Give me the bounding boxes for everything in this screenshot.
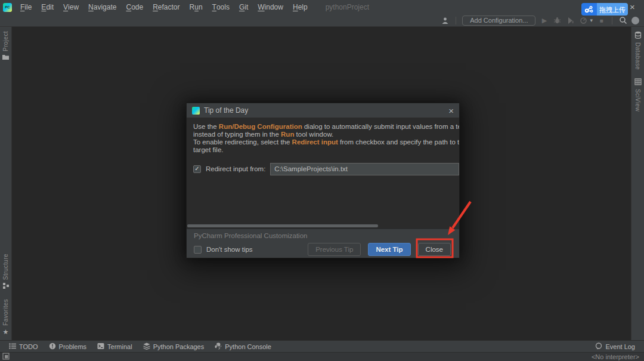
project-folder-icon — [2, 54, 10, 61]
pycharm-logo-icon — [192, 107, 200, 115]
dont-show-tips-checkbox[interactable] — [194, 246, 202, 254]
toolwindow-todo[interactable]: TODO — [4, 341, 44, 353]
run-icon[interactable]: ▶ — [540, 16, 549, 25]
dont-show-tips-label: Don't show tips — [206, 246, 253, 253]
tip-text-line: To enable redirecting, select the Redire… — [193, 138, 453, 146]
status-bar: <No interpreter> — [0, 352, 644, 361]
redirect-path-input[interactable] — [270, 163, 459, 175]
menu-refactor[interactable]: Refactor — [148, 0, 184, 14]
previous-tip-button: Previous Tip — [308, 243, 361, 256]
window-title: pythonProject — [326, 3, 369, 11]
tool-window-bar: TODO Problems Terminal Python Packages P… — [0, 340, 644, 352]
tip-text-line: target file. — [193, 146, 453, 154]
user-profile-icon[interactable] — [441, 16, 450, 25]
sidebar-item-sciview[interactable]: SciView — [634, 74, 642, 116]
footer-caption: PyCharm Professional Customization — [194, 232, 452, 239]
redirect-checkbox[interactable]: ✓ — [193, 165, 201, 173]
grid-table-icon — [634, 78, 642, 87]
menu-help[interactable]: Help — [288, 0, 312, 14]
toolbar-separator — [456, 17, 456, 24]
close-button[interactable]: Close — [418, 243, 451, 256]
sidebar-item-database[interactable]: Database — [634, 27, 642, 74]
todo-list-icon — [9, 343, 16, 350]
toolwindow-python-packages[interactable]: Python Packages — [138, 341, 210, 353]
sidebar-item-structure[interactable]: Structure — [2, 249, 10, 295]
tip-text-line: instead of typing them in the Run tool w… — [193, 131, 453, 138]
menu-bar: PC File Edit View Navigate Code Refactor… — [0, 0, 644, 14]
dialog-content: Use the Run/Debug Configuration dialog t… — [187, 118, 459, 229]
run-with-coverage-icon[interactable] — [566, 16, 575, 25]
python-console-icon — [215, 343, 222, 351]
toolwindow-switcher-icon[interactable] — [2, 353, 10, 361]
database-icon — [634, 31, 642, 40]
star-icon: ★ — [3, 328, 9, 336]
menu-tools[interactable]: Tools — [208, 0, 234, 14]
tip-of-the-day-dialog: Tip of the Day × Use the Run/Debug Confi… — [186, 103, 460, 258]
menu-edit[interactable]: Edit — [36, 0, 58, 14]
sidebar-item-project[interactable]: Project — [2, 27, 10, 66]
run-toolbar: Add Configuration... ▶ ▾ ■ — [0, 14, 644, 27]
event-log-button[interactable]: Event Log — [590, 341, 640, 353]
netdisk-logo-icon — [581, 3, 597, 16]
dialog-title-bar[interactable]: Tip of the Day × — [187, 103, 459, 118]
debug-bug-icon[interactable] — [553, 16, 562, 25]
interpreter-status[interactable]: <No interpreter> — [592, 353, 639, 360]
toolwindow-python-console[interactable]: Python Console — [209, 341, 277, 353]
dialog-close-icon[interactable]: × — [448, 106, 454, 115]
drag-upload-label: 拖拽上传 — [597, 3, 628, 16]
avatar-icon[interactable] — [631, 17, 639, 24]
redirect-label: Redirect input from: — [206, 165, 265, 172]
horizontal-scrollbar[interactable] — [187, 224, 378, 227]
profiler-icon[interactable] — [579, 16, 588, 25]
dialog-title: Tip of the Day — [204, 106, 248, 115]
redirect-input-row: ✓ Redirect input from: — [193, 163, 453, 175]
menu-git[interactable]: Git — [234, 0, 253, 14]
pycharm-window: PC File Edit View Navigate Code Refactor… — [0, 0, 644, 361]
problems-icon — [49, 343, 56, 351]
menu-run[interactable]: Run — [185, 0, 208, 14]
left-tool-stripe: Project Structure Favorites ★ — [0, 27, 12, 340]
menu-code[interactable]: Code — [121, 0, 148, 14]
event-log-balloon-icon — [595, 343, 602, 351]
checkmark-icon: ✓ — [194, 166, 199, 172]
tip-text-line: Use the Run/Debug Configuration dialog t… — [193, 123, 453, 131]
next-tip-button[interactable]: Next Tip — [368, 243, 410, 256]
dialog-footer: PyCharm Professional Customization Don't… — [187, 229, 459, 258]
sidebar-item-favorites[interactable]: Favorites ★ — [2, 295, 9, 340]
chevron-down-icon[interactable]: ▾ — [590, 17, 593, 23]
terminal-icon — [97, 343, 104, 351]
right-tool-stripe: Database SciView — [631, 27, 644, 340]
netdisk-upload-widget[interactable]: 拖拽上传 — [581, 3, 628, 16]
menu-file[interactable]: File — [16, 0, 36, 14]
window-close-icon[interactable]: × — [630, 2, 635, 12]
pycharm-logo-icon: PC — [3, 3, 12, 12]
toolbar-separator — [612, 17, 612, 24]
search-everywhere-icon[interactable] — [618, 16, 627, 25]
stop-icon[interactable]: ■ — [597, 16, 606, 25]
menu-window[interactable]: Window — [253, 0, 288, 14]
menu-navigate[interactable]: Navigate — [83, 0, 121, 14]
toolwindow-terminal[interactable]: Terminal — [92, 341, 138, 353]
add-configuration-button[interactable]: Add Configuration... — [462, 16, 535, 26]
toolwindow-problems[interactable]: Problems — [44, 341, 92, 353]
structure-icon — [2, 282, 10, 291]
packages-stack-icon — [143, 343, 150, 351]
menu-view[interactable]: View — [58, 0, 83, 14]
